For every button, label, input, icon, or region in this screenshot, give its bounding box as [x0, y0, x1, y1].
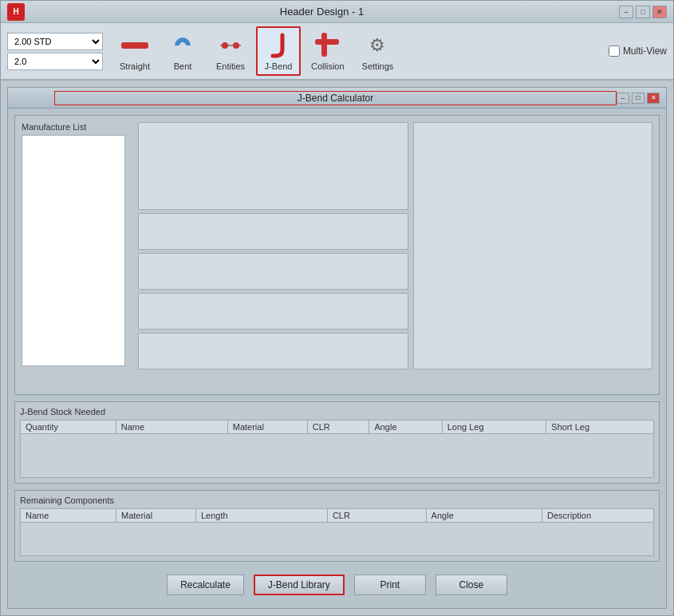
jbend-icon [264, 31, 293, 60]
center-mid-panel-3 [138, 293, 408, 330]
rem-col-material: Material [116, 509, 196, 523]
toolbar-collision[interactable]: Collision [304, 27, 352, 75]
size-select-1[interactable]: 2.00 STD [7, 33, 103, 50]
bent-label: Bent [174, 61, 192, 71]
rem-col-clr: CLR [327, 509, 426, 523]
dialog-window: J-Bend Calculator – □ ✕ Manufacture List [7, 87, 667, 609]
top-section: Manufacture List [14, 115, 660, 395]
close-dialog-button[interactable]: Close [436, 575, 507, 595]
center-mid-panel-4 [138, 333, 408, 369]
main-window: H Header Design - 1 – □ ✕ 2.00 STD 2.0 S… [0, 0, 674, 616]
toolbar-jbend[interactable]: J-Bend [256, 26, 301, 76]
dialog-content: Manufacture List J [8, 109, 666, 608]
center-panels [138, 122, 408, 388]
col-quantity: Quantity [21, 421, 116, 434]
collision-icon [313, 31, 342, 60]
entities-icon [216, 31, 245, 60]
app-logo: H [7, 3, 25, 21]
title-bar: H Header Design - 1 – □ ✕ [1, 1, 673, 23]
col-shortleg: Short Leg [546, 421, 654, 434]
size-select-2[interactable]: 2.0 [7, 53, 103, 70]
col-angle: Angle [369, 421, 442, 434]
jbend-stock-label: J-Bend Stock Needed [20, 407, 654, 417]
remaining-components-section: Remaining Components Name Material Lengt… [14, 490, 660, 562]
svg-point-2 [233, 42, 239, 49]
center-mid-panel-1 [138, 213, 408, 250]
jbend-stock-table: Quantity Name Material CLR Angle Long Le… [20, 420, 654, 434]
dialog-title-bar: J-Bend Calculator – □ ✕ [8, 88, 666, 109]
rem-col-description: Description [542, 509, 654, 523]
dialog-maximize[interactable]: □ [632, 93, 644, 104]
window-title: Header Design - 1 [25, 6, 619, 18]
jbend-stock-section: J-Bend Stock Needed Quantity Name Materi… [14, 401, 660, 484]
toolbar-entities[interactable]: Entities [208, 27, 253, 75]
jbend-label: J-Bend [265, 61, 293, 71]
minimize-button[interactable]: – [619, 6, 633, 18]
center-top-panel [138, 122, 408, 210]
button-bar: Recalculate J-Bend Library Print Close [14, 568, 660, 602]
straight-label: Straight [120, 61, 150, 71]
straight-icon [120, 31, 149, 60]
svg-point-1 [222, 42, 228, 49]
col-material: Material [227, 421, 307, 434]
toolbar: 2.00 STD 2.0 Straight Bent [1, 23, 673, 81]
dialog-title: J-Bend Calculator [54, 91, 617, 105]
rem-col-length: Length [196, 509, 328, 523]
col-longleg: Long Leg [442, 421, 546, 434]
print-button[interactable]: Print [354, 575, 426, 595]
toolbar-bent[interactable]: Bent [160, 27, 205, 75]
settings-label: Settings [362, 61, 394, 71]
manufacture-list-label: Manufacture List [22, 122, 133, 132]
jbend-library-button[interactable]: J-Bend Library [254, 575, 345, 595]
dialog-close[interactable]: ✕ [647, 93, 660, 104]
collision-label: Collision [311, 61, 345, 71]
multiview-checkbox[interactable] [609, 45, 620, 57]
toolbar-straight[interactable]: Straight [112, 27, 157, 75]
toolbar-selects: 2.00 STD 2.0 [7, 33, 103, 70]
center-bottom-panels [138, 213, 408, 369]
close-button[interactable]: ✕ [652, 6, 667, 18]
rem-col-angle: Angle [426, 509, 542, 523]
multiview-area: Multi-View [609, 45, 667, 57]
manufacture-list-area: Manufacture List [22, 122, 133, 388]
remaining-table: Name Material Length CLR Angle Descripti… [20, 508, 654, 523]
dialog-minimize[interactable]: – [617, 93, 629, 104]
jbend-stock-body [20, 434, 654, 478]
dialog-controls: – □ ✕ [617, 93, 660, 104]
settings-icon: ⚙ [363, 31, 392, 60]
remaining-body [20, 523, 654, 556]
col-name: Name [116, 421, 227, 434]
col-clr: CLR [307, 421, 369, 434]
recalculate-button[interactable]: Recalculate [167, 575, 244, 595]
maximize-button[interactable]: □ [636, 6, 650, 18]
rem-col-name: Name [21, 509, 116, 523]
center-mid-panel-2 [138, 253, 408, 290]
bent-icon [168, 31, 197, 60]
remaining-label: Remaining Components [20, 496, 654, 505]
manufacture-list-box[interactable] [22, 135, 125, 366]
toolbar-settings[interactable]: ⚙ Settings [355, 27, 401, 75]
entities-label: Entities [216, 61, 245, 71]
right-panel [413, 122, 652, 369]
title-controls: – □ ✕ [619, 6, 667, 18]
multiview-label: Multi-View [623, 45, 667, 57]
